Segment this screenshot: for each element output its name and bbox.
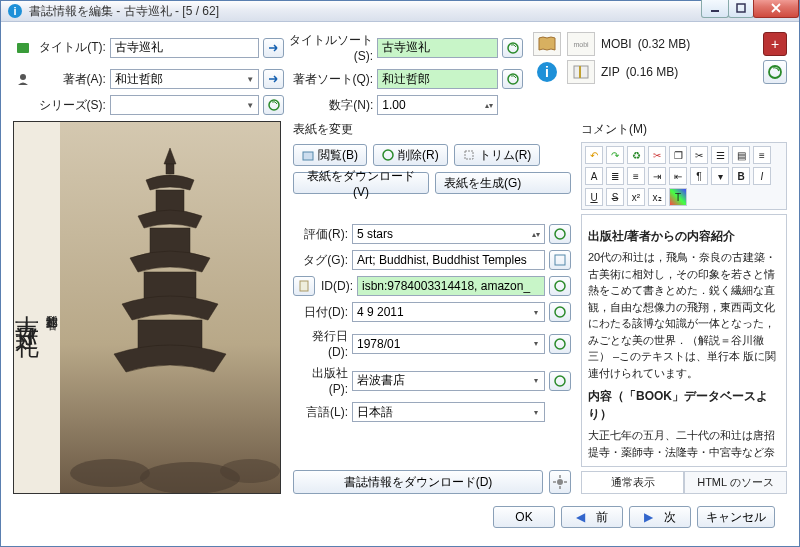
author-input[interactable] [110, 69, 259, 89]
svg-rect-23 [303, 152, 313, 160]
redo-icon[interactable]: ↷ [606, 146, 624, 164]
clear-date-button[interactable] [549, 302, 571, 322]
svg-point-22 [220, 459, 280, 483]
rating-input[interactable] [352, 224, 545, 244]
generate-cover-button[interactable]: 表紙を生成(G) [435, 172, 571, 194]
browse-cover-button[interactable]: 閲覧(B) [293, 144, 367, 166]
publisher-input[interactable] [352, 371, 545, 391]
clear-rating-button[interactable] [549, 224, 571, 244]
language-label: 言語(L): [293, 404, 348, 421]
paste-id-button[interactable] [293, 276, 315, 296]
italic-icon[interactable]: I [753, 167, 771, 185]
add-format-button[interactable]: + [763, 32, 787, 56]
title-icon[interactable] [13, 38, 32, 58]
ok-button[interactable]: OK [493, 506, 555, 528]
clear-pubdate-button[interactable] [549, 334, 571, 354]
authorsort-input[interactable] [377, 69, 498, 89]
spinner-icon[interactable]: ▴▾ [529, 226, 543, 242]
clear-id-button[interactable] [549, 276, 571, 296]
undo-icon[interactable]: ↶ [585, 146, 603, 164]
cover-photo [60, 122, 280, 493]
cancel-button[interactable]: キャンセル [697, 506, 775, 528]
clear-publisher-button[interactable] [549, 371, 571, 391]
series-input[interactable] [110, 95, 259, 115]
swap-author-button[interactable] [263, 69, 284, 89]
font-size-icon[interactable]: A [585, 167, 603, 185]
strike-icon[interactable]: S [606, 188, 624, 206]
zip-format-icon[interactable] [567, 60, 595, 84]
titlesort-input[interactable] [377, 38, 498, 58]
para-icon[interactable]: ¶ [690, 167, 708, 185]
title-input[interactable] [110, 38, 259, 58]
pubdate-input[interactable] [352, 334, 545, 354]
change-cover-label: 表紙を変更 [293, 121, 571, 138]
svg-marker-14 [164, 148, 176, 164]
auto-titlesort-button[interactable] [502, 38, 523, 58]
titlebar: i 書誌情報を編集 - 古寺巡礼 - [5 / 62] [1, 1, 799, 22]
info-icon[interactable]: i [533, 60, 561, 84]
tab-html-source[interactable]: HTML のソース [684, 472, 787, 494]
subscript-icon[interactable]: x₂ [648, 188, 666, 206]
language-input[interactable] [352, 402, 545, 422]
align-right-icon[interactable]: ≡ [627, 167, 645, 185]
format-mobi-name: MOBI [601, 37, 632, 51]
clear-series-button[interactable] [263, 95, 284, 115]
recycle-icon[interactable]: ♻ [627, 146, 645, 164]
author-icon[interactable] [13, 69, 32, 89]
chevron-down-icon[interactable]: ▾ [529, 336, 543, 352]
chevron-down-icon[interactable]: ▾ [529, 373, 543, 389]
id-input[interactable] [357, 276, 545, 296]
window-title: 書誌情報を編集 - 古寺巡礼 - [5 / 62] [29, 3, 702, 20]
paste-icon[interactable]: ✂ [690, 146, 708, 164]
remove-format-button[interactable] [763, 60, 787, 84]
tags-input[interactable] [352, 250, 545, 270]
enumlist-icon[interactable]: ▤ [732, 146, 750, 164]
tab-normal[interactable]: 通常表示 [581, 472, 684, 494]
spinner-icon[interactable]: ▴▾ [482, 97, 496, 113]
comments-body[interactable]: 出版社/著者からの内容紹介 20代の和辻は，飛鳥・奈良の古建築・古美術に相対し，… [581, 214, 787, 467]
titlesort-label: タイトルソート(S): [288, 32, 373, 63]
outdent-icon[interactable]: ⇤ [669, 167, 687, 185]
more-icon[interactable]: ▾ [711, 167, 729, 185]
svg-point-30 [555, 307, 565, 317]
svg-point-33 [557, 479, 563, 485]
align-center-icon[interactable]: ≣ [606, 167, 624, 185]
color-icon[interactable]: T [669, 188, 687, 206]
chevron-down-icon[interactable]: ▼ [243, 97, 257, 113]
cover-spine: 和辻哲郎 著 古寺巡礼 岩波文庫 青 一四〇 ¹ [14, 122, 60, 493]
config-download-button[interactable] [549, 470, 571, 494]
underline-icon[interactable]: U [585, 188, 603, 206]
download-metadata-button[interactable]: 書誌情報をダウンロード(D) [293, 470, 543, 494]
download-cover-button[interactable]: 表紙をダウンロード(V) [293, 172, 429, 194]
svg-point-24 [383, 150, 393, 160]
chevron-down-icon[interactable]: ▾ [529, 404, 543, 420]
swap-title-button[interactable] [263, 38, 284, 58]
series-label: シリーズ(S): [36, 97, 106, 114]
bold-icon[interactable]: B [732, 167, 750, 185]
align-left-icon[interactable]: ≡ [753, 146, 771, 164]
delete-cover-button[interactable]: 削除(R) [373, 144, 448, 166]
prev-button[interactable]: ◀ 前 [561, 506, 623, 528]
edit-tags-button[interactable] [549, 250, 571, 270]
svg-rect-17 [150, 228, 190, 254]
next-button[interactable]: ▶ 次 [629, 506, 691, 528]
auto-authorsort-button[interactable] [502, 69, 523, 89]
indent-icon[interactable]: ⇥ [648, 167, 666, 185]
date-input[interactable] [352, 302, 545, 322]
svg-point-20 [70, 459, 150, 487]
trim-cover-button[interactable]: トリム(R) [454, 144, 541, 166]
series-spacer [13, 95, 32, 115]
list-icon[interactable]: ☰ [711, 146, 729, 164]
chevron-down-icon[interactable]: ▾ [529, 304, 543, 320]
cut-icon[interactable]: ✂ [648, 146, 666, 164]
close-button[interactable] [753, 0, 799, 18]
maximize-button[interactable] [728, 0, 754, 18]
copy-icon[interactable]: ❐ [669, 146, 687, 164]
cover-image[interactable]: 和辻哲郎 著 古寺巡礼 岩波文庫 青 一四〇 ¹ [13, 121, 281, 494]
number-input[interactable] [377, 95, 498, 115]
mobi-format-icon[interactable]: mobi [567, 32, 595, 56]
superscript-icon[interactable]: x² [627, 188, 645, 206]
chevron-down-icon[interactable]: ▼ [243, 71, 257, 87]
book-icon[interactable] [533, 32, 561, 56]
minimize-button[interactable] [701, 0, 729, 18]
